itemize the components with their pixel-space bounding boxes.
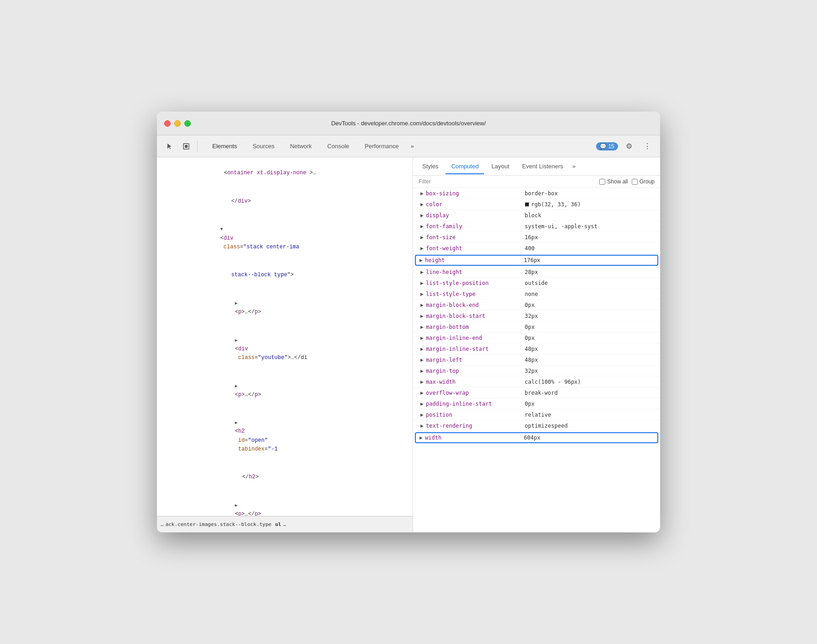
prop-padding-inline-start[interactable]: ▶ padding-inline-start 0px [413, 398, 660, 409]
divider [197, 141, 198, 152]
prop-color[interactable]: ▶ color rgb(32, 33, 36) [413, 199, 660, 210]
element-row[interactable]: ▶ <h2 id="open" tabindex="-1 [157, 409, 413, 463]
prop-font-weight[interactable]: ▶ font-weight 400 [413, 243, 660, 254]
prop-margin-block-end[interactable]: ▶ margin-block-end 0px [413, 300, 660, 311]
prop-box-sizing[interactable]: ▶ box-sizing border-box [413, 188, 660, 199]
prop-margin-inline-start[interactable]: ▶ margin-inline-start 48px [413, 343, 660, 354]
prop-max-width[interactable]: ▶ max-width calc(100% - 96px) [413, 376, 660, 387]
tab-sources[interactable]: Sources [245, 140, 282, 152]
prop-list-style-type[interactable]: ▶ list-style-type none [413, 289, 660, 300]
prop-font-family[interactable]: ▶ font-family system-ui, -apple-syst [413, 221, 660, 232]
tab-performance[interactable]: Performance [357, 140, 406, 152]
breadcrumb-ellipsis2: … [283, 521, 286, 527]
elements-panel: <ontainer xt.display-none >… </div> ▼ <d… [157, 157, 413, 532]
element-row[interactable]: </div> [157, 188, 413, 216]
show-all-checkbox[interactable] [599, 179, 605, 185]
computed-panel: Styles Computed Layout Event Listeners »… [413, 157, 660, 532]
element-row[interactable]: ▼ <div class="stack center-ima [157, 215, 413, 261]
element-row[interactable]: ▶ <p>…</p> [157, 290, 413, 327]
tab-network[interactable]: Network [283, 140, 319, 152]
prop-margin-inline-end[interactable]: ▶ margin-inline-end 0px [413, 333, 660, 343]
toolbar: Elements Sources Network Console Perform… [157, 135, 660, 157]
element-row[interactable]: stack--block type"> [157, 261, 413, 290]
toolbar-tabs: Elements Sources Network Console Perform… [205, 140, 418, 152]
tab-layout[interactable]: Layout [486, 159, 515, 174]
prop-margin-block-start[interactable]: ▶ margin-block-start 32px [413, 311, 660, 322]
settings-button[interactable]: ⚙ [622, 139, 636, 154]
tab-styles[interactable]: Styles [417, 159, 444, 174]
color-swatch [525, 202, 529, 207]
element-row[interactable]: ▶ <p>…</p> [157, 492, 413, 516]
titlebar: DevTools - developer.chrome.com/docs/dev… [157, 112, 660, 135]
filter-label: Filter [419, 178, 431, 185]
tab-elements[interactable]: Elements [205, 140, 244, 152]
prop-position[interactable]: ▶ position relative [413, 409, 660, 420]
close-button[interactable] [164, 120, 171, 127]
more-right-tabs[interactable]: » [572, 163, 575, 170]
tab-event-listeners[interactable]: Event Listeners [516, 159, 569, 174]
right-panel-tabs: Styles Computed Layout Event Listeners » [413, 157, 660, 176]
group-checkbox[interactable] [632, 179, 638, 185]
maximize-button[interactable] [184, 120, 191, 127]
element-row[interactable]: ▶ <p>…</p> [157, 372, 413, 409]
prop-list-style-position[interactable]: ▶ list-style-position outside [413, 278, 660, 289]
element-row[interactable]: ▶ <div class="youtube">…</di [157, 326, 413, 372]
badge-count: 15 [608, 143, 614, 150]
bottom-bar: … ack.center-images.stack--block.type ul… [157, 516, 413, 532]
prop-font-size[interactable]: ▶ font-size 16px [413, 232, 660, 243]
inspect-icon[interactable] [179, 139, 194, 154]
prop-line-height[interactable]: ▶ line-height 28px [413, 267, 660, 278]
main-content: <ontainer xt.display-none >… </div> ▼ <d… [157, 157, 660, 532]
traffic-lights [164, 120, 191, 127]
devtools-window: DevTools - developer.chrome.com/docs/dev… [157, 112, 660, 532]
prop-margin-top[interactable]: ▶ margin-top 32px [413, 365, 660, 376]
prop-margin-left[interactable]: ▶ margin-left 48px [413, 354, 660, 365]
tab-computed[interactable]: Computed [446, 159, 484, 174]
filter-bar: Filter Show all Group [413, 176, 660, 188]
minimize-button[interactable] [174, 120, 181, 127]
filter-input[interactable] [436, 178, 594, 185]
more-tabs-button[interactable]: » [407, 141, 418, 151]
notifications-badge[interactable]: 💬 15 [596, 142, 618, 150]
breadcrumb-ellipsis1: … [161, 521, 164, 527]
breadcrumb-item2[interactable]: ul [275, 521, 281, 527]
filter-options: Show all Group [599, 178, 655, 185]
prop-display[interactable]: ▶ display block [413, 210, 660, 221]
element-row[interactable]: <ontainer xt.display-none >… [157, 159, 413, 188]
element-row[interactable]: </h2> [157, 463, 413, 492]
menu-button[interactable]: ⋮ [640, 139, 655, 154]
breadcrumb-item1[interactable]: ack.center-images.stack--block.type [166, 521, 272, 527]
tab-console[interactable]: Console [320, 140, 357, 152]
cursor-icon[interactable] [162, 139, 177, 154]
window-title: DevTools - developer.chrome.com/docs/dev… [331, 120, 486, 127]
show-all-label[interactable]: Show all [599, 178, 628, 185]
prop-overflow-wrap[interactable]: ▶ overflow-wrap break-word [413, 387, 660, 398]
prop-width-highlighted[interactable]: ▶ width 604px [415, 432, 658, 443]
chat-icon: 💬 [600, 143, 607, 150]
toolbar-right: 💬 15 ⚙ ⋮ [596, 139, 655, 154]
computed-properties-list: ▶ box-sizing border-box ▶ color rgb(32, … [413, 188, 660, 532]
group-label[interactable]: Group [632, 178, 655, 185]
prop-text-rendering[interactable]: ▶ text-rendering optimizespeed [413, 420, 660, 431]
prop-height-highlighted[interactable]: ▶ height 176px [415, 255, 658, 266]
prop-margin-bottom[interactable]: ▶ margin-bottom 0px [413, 322, 660, 333]
elements-content[interactable]: <ontainer xt.display-none >… </div> ▼ <d… [157, 157, 413, 516]
svg-rect-1 [185, 145, 188, 148]
